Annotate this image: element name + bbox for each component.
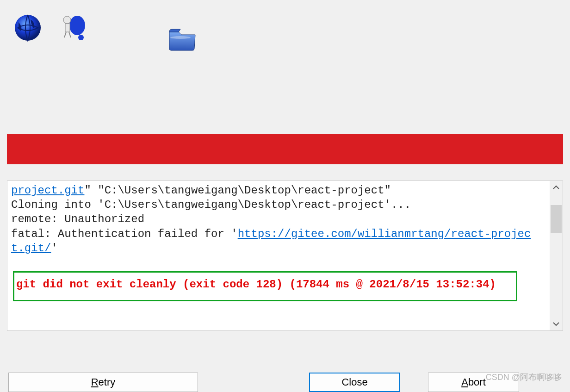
error-exit-code-box: git did not exit cleanly (exit code 128)… [13, 271, 517, 301]
scroll-up-arrow-icon[interactable] [551, 181, 562, 194]
remote-unauthorized-line: remote: Unauthorized [11, 213, 144, 225]
globe-icon[interactable] [12, 9, 44, 46]
svg-line-5 [69, 32, 71, 37]
cloning-into-line: Cloning into 'C:\Users\tangweigang\Deskt… [11, 199, 411, 211]
svg-line-4 [64, 32, 66, 37]
fatal-suffix: ' [51, 242, 57, 255]
scroll-down-arrow-icon[interactable] [550, 317, 563, 330]
svg-rect-3 [65, 24, 70, 32]
repo-link-partial[interactable]: project.git [11, 184, 84, 197]
dialog-button-row: Retry Close Abort [0, 373, 570, 392]
output-panel: project.git" "C:\Users\tangweigang\Deskt… [7, 180, 563, 331]
abort-button[interactable]: Abort [428, 373, 519, 392]
folder-icon[interactable] [167, 21, 199, 58]
clone-dest-path: " "C:\Users\tangweigang\Desktop\react-pr… [84, 184, 391, 197]
svg-point-2 [63, 16, 71, 24]
retry-accel: R [91, 376, 99, 388]
abort-accel: A [461, 376, 468, 388]
git-output-text: project.git" "C:\Users\tangweigang\Deskt… [7, 181, 537, 304]
error-red-bar [7, 134, 563, 164]
svg-point-7 [170, 36, 191, 39]
abort-rest: bort [468, 376, 486, 388]
vertical-scrollbar[interactable] [550, 181, 563, 330]
toolbar [0, 0, 570, 60]
close-label: Close [341, 376, 367, 388]
fatal-prefix: fatal: Authentication failed for ' [11, 228, 238, 240]
scrollbar-thumb[interactable] [551, 205, 562, 233]
retry-rest: etry [99, 376, 116, 388]
svg-point-6 [78, 35, 84, 40]
close-button[interactable]: Close [309, 373, 400, 392]
retry-button[interactable]: Retry [8, 373, 198, 392]
svg-point-0 [15, 15, 41, 41]
robot-shield-icon[interactable] [58, 9, 90, 46]
svg-point-1 [69, 16, 85, 35]
